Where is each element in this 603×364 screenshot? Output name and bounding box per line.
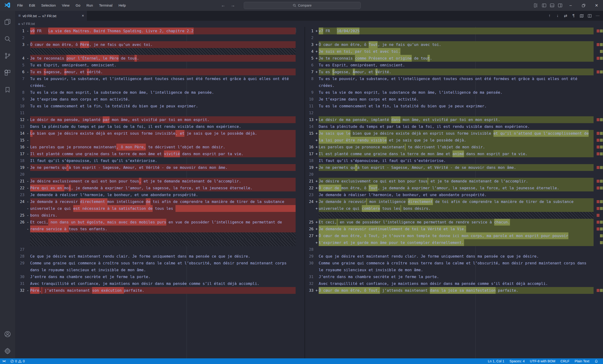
diff-row[interactable]: 8Tu es la vie de mon esprit, la substanc… bbox=[15, 89, 305, 96]
diff-row[interactable]: 13+Le désir de ma pensée, implanté dans … bbox=[305, 116, 603, 123]
diff-row[interactable]: 8Tu es le pouvoir, la substance, et l’in… bbox=[305, 75, 603, 82]
search-sidebar-icon[interactable] bbox=[2, 33, 13, 45]
menu-file[interactable]: File bbox=[14, 3, 26, 7]
diff-row[interactable]: 28 bbox=[305, 246, 603, 253]
diff-row[interactable]: 22-Père qui es en moi, je demande à expr… bbox=[15, 185, 305, 191]
diff-row[interactable]: 7+Tu es Sagesse, Amour, et Vérité. bbox=[305, 68, 603, 75]
diff-row[interactable]: 4-Je te reconnais pour l’Éternel, le Pèr… bbox=[15, 55, 305, 62]
previous-change-icon[interactable]: ↑ bbox=[546, 12, 553, 19]
diff-row[interactable]: 28Ce que je désire est maintenant rendu … bbox=[15, 253, 305, 260]
accounts-icon[interactable] bbox=[2, 328, 13, 340]
diff-row[interactable]: 16+Les paroles que je prononce maintenan… bbox=[305, 144, 603, 150]
diff-row[interactable]: créées. bbox=[15, 82, 305, 89]
nav-forward-icon[interactable]: → bbox=[231, 3, 235, 8]
diff-row[interactable]: 24-Je demande à recevoir directement mon… bbox=[15, 198, 305, 205]
menu-view[interactable]: View bbox=[59, 3, 72, 7]
problems-indicator[interactable]: 0 0 bbox=[8, 358, 27, 364]
close-button[interactable]: ✕ bbox=[590, 0, 603, 11]
diff-row[interactable]: 23Je demande à réaliser l’harmonie, le b… bbox=[15, 191, 305, 198]
diff-row[interactable]: 32Avec tranquillité et confiance, je mai… bbox=[305, 280, 603, 287]
diff-row[interactable]: dans le royaume silencieux et invisible … bbox=[15, 267, 305, 273]
menu-go[interactable]: Go bbox=[72, 3, 83, 7]
diff-row[interactable]: 2 bbox=[15, 34, 305, 41]
diff-row[interactable] bbox=[305, 212, 603, 219]
indentation-setting[interactable]: Spaces: 4 bbox=[507, 358, 527, 364]
diff-row[interactable]: 5Tu es Esprit, omniprésent, omniscient. bbox=[15, 62, 305, 68]
diff-row[interactable]: -universelle ce qui est nécessaire à la … bbox=[15, 205, 305, 212]
nav-back-icon[interactable]: ← bbox=[221, 3, 225, 8]
menu-run[interactable]: Run bbox=[83, 3, 96, 7]
diff-row[interactable]: 11 bbox=[15, 110, 305, 116]
diff-row[interactable]: 16-Les paroles que je prononce maintenan… bbox=[15, 144, 305, 150]
diff-row[interactable]: 9Je t’exprime dans mon corps et mon acti… bbox=[15, 96, 305, 103]
diff-row[interactable]: 1+v7 FR 10/04/2025 bbox=[305, 28, 603, 34]
diff-row[interactable]: 21-Je désire exclusivement ce qui est bo… bbox=[15, 178, 305, 185]
diff-row[interactable]: 9Tu es la vie de mon esprit, la substanc… bbox=[305, 89, 603, 96]
diff-row[interactable]: 26-Et ceci, non dans un but égoïste, mai… bbox=[15, 219, 305, 226]
diff-row[interactable]: 7Tu es le pouvoir, la substance, et l’in… bbox=[15, 75, 305, 82]
diff-row[interactable]: 25+Et ceci, en vue de posséder l’intelli… bbox=[305, 219, 603, 226]
diff-row[interactable]: 3-Ô cœur de mon être, ô Père, je ne fais… bbox=[15, 41, 305, 48]
whitespace-toggle-icon[interactable]: ¶ bbox=[570, 12, 577, 19]
customize-layout-icon[interactable] bbox=[532, 0, 540, 11]
diff-row[interactable]: 29Comme une graine qui commence à croîtr… bbox=[15, 260, 305, 267]
diff-row[interactable]: 19+Je ne permets qu’à ton esprit - Sages… bbox=[305, 164, 603, 171]
remote-indicator[interactable]: >< bbox=[0, 358, 8, 364]
diff-row[interactable]: 4+Je suis en toi, par toi et avec toi. bbox=[305, 48, 603, 55]
diff-row[interactable]: +la loi pour être rendu visible et je sa… bbox=[305, 137, 603, 144]
diff-row[interactable]: 22+Ô cœur de mon être, ô Tout, je demand… bbox=[305, 185, 603, 191]
menu-terminal[interactable]: Terminal bbox=[96, 3, 116, 7]
diff-row[interactable]: 17+Il est planté comme une graine dans l… bbox=[305, 150, 603, 157]
diff-row[interactable]: 33+Ô cœur de mon être, ô Tout, j’attends… bbox=[305, 287, 603, 294]
diff-row[interactable]: 14-Le bien que je désire existe déjà en … bbox=[15, 130, 305, 137]
more-actions-icon[interactable]: ··· bbox=[594, 12, 601, 19]
diff-row[interactable]: 25-bons désirs. bbox=[15, 212, 305, 219]
diff-row[interactable]: 10Je t’exprime dans mon corps et mon act… bbox=[305, 96, 603, 103]
toggle-secondary-sidebar-icon[interactable] bbox=[556, 0, 564, 11]
diff-row[interactable]: 21+Je désire exclusivement ce qui est bo… bbox=[305, 178, 603, 185]
diff-row[interactable] bbox=[15, 48, 305, 55]
diff-row[interactable]: 10Tu es le commencement et la fin, la to… bbox=[15, 103, 305, 110]
diff-row[interactable]: 6-Tu es sagesse, amour, et vérité. bbox=[15, 68, 305, 75]
next-change-icon[interactable]: ↓ bbox=[554, 12, 561, 19]
diff-row[interactable]: le royaume silencieux et invisible de mo… bbox=[305, 267, 603, 273]
diff-row[interactable] bbox=[15, 232, 305, 239]
swap-sides-icon[interactable]: ⇄ bbox=[562, 12, 569, 19]
diff-row[interactable]: 3+Ô cœur de mon être, ô Tout, je ne fais… bbox=[305, 41, 603, 48]
diff-pane-original[interactable]: ··· 1-v0 FR La vie des Maitres. Baird Th… bbox=[15, 27, 305, 358]
diff-row[interactable]: 23Je demande à réaliser l’harmonie, le b… bbox=[305, 191, 603, 198]
diff-row[interactable]: 11Tu es le commencement et la fin, la to… bbox=[305, 103, 603, 110]
toggle-sidebar-icon[interactable] bbox=[540, 0, 548, 11]
diff-row[interactable]: 19-Je ne permets qu'à ton esprit - Sages… bbox=[15, 164, 305, 171]
eol-setting[interactable]: CRLF bbox=[558, 358, 572, 364]
encoding-setting[interactable]: UTF-8 with BOM bbox=[527, 358, 558, 364]
diff-row[interactable] bbox=[15, 239, 305, 246]
notifications-bell-icon[interactable] bbox=[592, 358, 601, 364]
command-center[interactable]: Compare bbox=[244, 2, 361, 9]
diff-row[interactable]: 30Comme une graine qui commence à croîtr… bbox=[305, 260, 603, 267]
diff-row[interactable]: 32-Père, j’attends maintenant son exécut… bbox=[15, 287, 305, 294]
menu-selection[interactable]: Selection bbox=[38, 3, 59, 7]
explorer-icon[interactable] bbox=[2, 16, 13, 28]
cursor-position[interactable]: Ln 1, Col 1 bbox=[485, 358, 507, 364]
diff-row[interactable]: 14Dans la plénitude du temps et par la l… bbox=[305, 123, 603, 130]
diff-pane-modified[interactable]: 1+v7 FR 10/04/202523+Ô cœur de mon être,… bbox=[305, 27, 603, 358]
settings-gear-icon[interactable] bbox=[2, 345, 13, 357]
diff-row[interactable]: 12-Le désir de ma pensée, implanté par m… bbox=[15, 116, 305, 123]
diff-row[interactable]: 2 bbox=[305, 34, 603, 41]
bookmarks-icon[interactable] bbox=[2, 84, 13, 96]
menu-edit[interactable]: Edit bbox=[26, 3, 38, 7]
diff-row[interactable]: +universelle ce qui comblera tous les bo… bbox=[305, 205, 603, 212]
restore-button[interactable] bbox=[577, 0, 590, 11]
diff-row[interactable]: créées. bbox=[305, 82, 603, 89]
diff-row[interactable]: 15+Je sais que le bien que je désire exi… bbox=[305, 130, 603, 137]
diff-row[interactable]: 27 bbox=[15, 246, 305, 253]
toggle-panel-icon[interactable] bbox=[548, 0, 556, 11]
diff-row[interactable]: +t'exprimer et je garde mon âme pour te … bbox=[305, 239, 603, 246]
diff-row[interactable]: 6Tu es Esprit, omniprésent, omniscient. bbox=[305, 62, 603, 68]
diff-row[interactable]: -rendre service à tous tes enfants. bbox=[15, 226, 305, 232]
diff-row[interactable]: 27+Ô cœur de mon être, ô Tout, je t’ouvr… bbox=[305, 232, 603, 239]
diff-row[interactable]: 20 bbox=[305, 171, 603, 178]
split-editor-icon[interactable] bbox=[586, 12, 593, 19]
open-changes-icon[interactable] bbox=[578, 12, 585, 19]
